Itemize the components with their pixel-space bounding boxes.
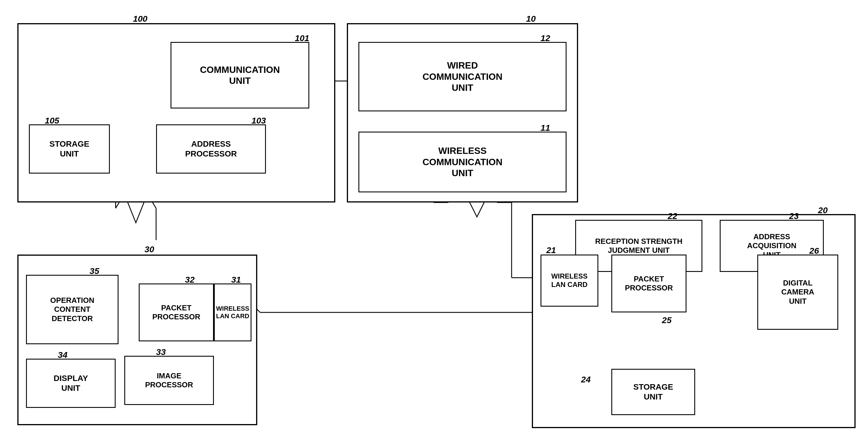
box-address-processor: ADDRESS PROCESSOR	[156, 124, 266, 174]
ref-30: 30	[145, 244, 154, 254]
ref-31: 31	[231, 275, 241, 285]
ref-105: 105	[45, 116, 59, 125]
ref-101: 101	[295, 33, 309, 43]
ref-11: 11	[540, 123, 550, 133]
ref-21: 21	[546, 245, 556, 255]
ref-25: 25	[662, 315, 672, 325]
diagram: 100 COMMUNICATION UNIT 101 STORAGE UNIT …	[0, 0, 868, 442]
box-storage-unit-20: STORAGE UNIT	[611, 369, 695, 415]
ref-24: 24	[581, 375, 591, 384]
ref-10: 10	[526, 14, 536, 24]
ref-26: 26	[809, 246, 819, 256]
box-packet-processor-20: PACKET PROCESSOR	[611, 255, 686, 313]
box-storage-unit-100: STORAGE UNIT	[29, 124, 110, 174]
ref-103: 103	[251, 116, 266, 125]
ref-22: 22	[668, 211, 677, 221]
ref-33: 33	[156, 347, 166, 357]
box-image-processor: IMAGE PROCESSOR	[124, 356, 214, 405]
box-wired-communication-unit: WIRED COMMUNICATION UNIT	[359, 42, 566, 111]
ref-32: 32	[185, 275, 194, 285]
box-operation-content-detector: OPERATION CONTENT DETECTOR	[26, 275, 119, 344]
box-wireless-communication-unit: WIRELESS COMMUNICATION UNIT	[359, 131, 566, 193]
box-wireless-lan-card-20: WIRELESS LAN CARD	[540, 255, 598, 306]
ref-12: 12	[540, 33, 550, 43]
ref-34: 34	[58, 350, 67, 360]
ref-35: 35	[90, 266, 99, 276]
ref-100: 100	[133, 14, 147, 24]
ref-20: 20	[818, 205, 828, 215]
box-wireless-lan-card-30: WIRELESS LAN CARD	[214, 284, 251, 341]
box-packet-processor-30: PACKET PROCESSOR	[139, 284, 214, 341]
ref-23: 23	[789, 211, 799, 221]
box-communication-unit: COMMUNICATION UNIT	[170, 42, 309, 109]
box-digital-camera-unit: DIGITAL CAMERA UNIT	[757, 255, 838, 330]
box-display-unit: DISPLAY UNIT	[26, 359, 116, 408]
